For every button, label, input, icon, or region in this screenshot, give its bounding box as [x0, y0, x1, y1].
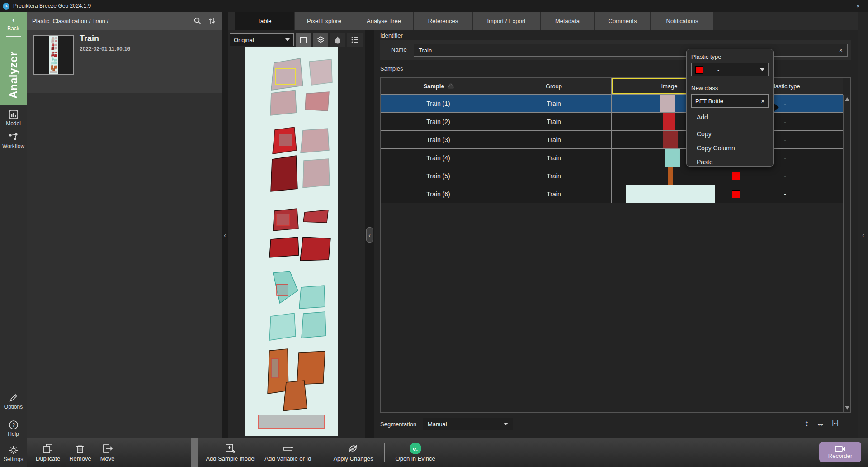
table-row[interactable]: Train (3)Train- — [381, 131, 850, 149]
plastic-type-dropdown[interactable]: - — [691, 63, 769, 76]
layers-icon — [316, 36, 325, 44]
add-variable-button[interactable]: Add Variable or Id — [264, 443, 311, 462]
table-scrollbar[interactable] — [843, 95, 850, 412]
open-in-evince-button[interactable]: e. Open in Evince — [396, 443, 435, 462]
new-class-label: New class — [691, 85, 769, 91]
tab-analyse-tree[interactable]: Analyse Tree — [354, 12, 413, 30]
cell-plastic-type[interactable]: - — [727, 167, 843, 185]
remove-button[interactable]: Remove — [69, 443, 91, 462]
cell-group[interactable]: Train — [496, 95, 612, 113]
menu-item-copy[interactable]: Copy — [691, 127, 769, 141]
tab-notifications[interactable]: Notifications — [651, 12, 713, 30]
sidebar-item-workflow[interactable]: Workflow — [0, 132, 27, 149]
sort-icon[interactable] — [208, 17, 216, 25]
search-icon[interactable] — [193, 17, 202, 25]
cell-group[interactable]: Train — [496, 113, 612, 131]
droplet-icon — [334, 36, 341, 44]
layer-select[interactable]: Original — [230, 33, 294, 46]
tab-pixel-explore[interactable]: Pixel Explore — [295, 12, 354, 30]
cell-sample[interactable]: Train (1) — [381, 95, 496, 113]
view-square-button[interactable] — [296, 33, 311, 47]
sidebar-item-options[interactable]: Options — [0, 393, 27, 410]
text-cursor — [724, 97, 724, 105]
cell-group[interactable]: Train — [496, 149, 612, 167]
tab-table[interactable]: Table — [235, 12, 294, 30]
table-row[interactable]: Train (4)Train- — [381, 149, 850, 167]
column-header-sample[interactable]: Sample — [381, 78, 496, 95]
sidebar-item-settings[interactable]: Settings — [0, 445, 27, 462]
cell-image[interactable] — [612, 167, 727, 185]
tab-import-export[interactable]: Import / Export — [473, 12, 540, 30]
view-layers-button[interactable] — [313, 33, 328, 47]
name-input[interactable]: Train × — [414, 44, 848, 57]
sidebar-item-help[interactable]: ? Help — [0, 420, 27, 437]
column-header-group[interactable]: Group — [496, 78, 612, 95]
sample-image-strip — [668, 167, 673, 185]
minimize-button[interactable] — [808, 0, 828, 12]
table-row[interactable]: Train (6)Train- — [381, 185, 850, 203]
move-button[interactable]: Move — [100, 443, 115, 462]
cell-sample[interactable]: Train (2) — [381, 113, 496, 131]
svg-text:?: ? — [12, 422, 14, 428]
menu-item-copy-column[interactable]: Copy Column — [691, 141, 769, 155]
cell-group[interactable]: Train — [496, 185, 612, 203]
clear-name-icon[interactable]: × — [839, 47, 843, 54]
sidebar-item-model[interactable]: Model — [0, 110, 27, 127]
table-row[interactable]: Train (2)Train- — [381, 113, 850, 131]
explorer-panel: Plastic_Classification / Train / Train 2… — [27, 12, 222, 438]
fit-horizontal-icon[interactable]: ↔ — [816, 419, 825, 429]
cell-sample[interactable]: Train (6) — [381, 185, 496, 203]
duplicate-button[interactable]: Duplicate — [36, 443, 60, 462]
right-edge-strip: ‹ — [858, 12, 868, 438]
plastic-type-value: - — [784, 191, 786, 198]
menu-item-paste[interactable]: Paste — [691, 155, 769, 169]
recorder-button[interactable]: Recorder — [819, 442, 861, 462]
close-button[interactable]: × — [848, 0, 868, 12]
sidebar: ‹ Back Analyzer Model Workflow — [0, 12, 27, 467]
segmentation-select[interactable]: Manual — [423, 418, 513, 430]
dropdown-value: - — [717, 67, 719, 73]
tab-references[interactable]: References — [414, 12, 472, 30]
identifier-section-label: Identifier — [380, 32, 403, 39]
cell-sample[interactable]: Train (3) — [381, 131, 496, 149]
scan-image[interactable] — [245, 47, 338, 436]
toolbar-separator — [384, 443, 385, 462]
back-button[interactable]: ‹ Back — [0, 12, 27, 32]
back-label: Back — [0, 25, 27, 32]
scroll-up-icon[interactable] — [845, 97, 849, 101]
image-viewer-panel: Original — [228, 30, 365, 438]
scan-image-canvas — [245, 47, 338, 436]
gear-icon — [9, 445, 19, 455]
cell-image[interactable] — [612, 185, 727, 203]
menu-item-add[interactable]: Add — [691, 110, 769, 124]
chevron-down-icon — [285, 38, 290, 41]
cell-sample[interactable]: Train (4) — [381, 149, 496, 167]
fit-width-icon[interactable]: |··| — [832, 419, 838, 429]
add-sample-model-button[interactable]: Add Sample model — [206, 443, 255, 462]
cell-plastic-type[interactable]: - — [727, 185, 843, 203]
cell-group[interactable]: Train — [496, 167, 612, 185]
cell-sample[interactable]: Train (5) — [381, 167, 496, 185]
fit-vertical-icon[interactable]: ↕ — [805, 419, 809, 429]
tab-comments[interactable]: Comments — [595, 12, 650, 30]
color-swatch — [695, 66, 703, 74]
clear-input-icon[interactable]: × — [761, 98, 764, 105]
collapse-viewer-handle[interactable]: ‹ — [366, 227, 373, 243]
list-item-train[interactable]: Train 2022-02-01 11:00:16 — [27, 30, 222, 93]
sidebar-mode-analyzer: Analyzer — [0, 47, 27, 104]
new-class-input[interactable]: PET Bottle × — [691, 94, 769, 108]
apply-changes-button[interactable]: Apply Changes — [333, 443, 373, 462]
workflow-icon — [8, 132, 19, 142]
scroll-down-icon[interactable] — [845, 406, 849, 410]
add-variable-icon — [282, 443, 294, 454]
collapse-explorer-handle[interactable]: ‹ — [222, 227, 228, 243]
tab-metadata[interactable]: Metadata — [541, 12, 594, 30]
maximize-button[interactable] — [828, 0, 848, 12]
table-row[interactable]: Train (1)Train- — [381, 95, 850, 113]
breadcrumb[interactable]: Plastic_Classification / Train / — [32, 18, 108, 24]
cell-group[interactable]: Train — [496, 131, 612, 149]
table-row[interactable]: Train (5)Train- — [381, 167, 850, 185]
view-list-button[interactable] — [347, 33, 363, 47]
view-contrast-button[interactable] — [330, 33, 345, 47]
collapse-right-handle[interactable]: ‹ — [860, 227, 867, 243]
